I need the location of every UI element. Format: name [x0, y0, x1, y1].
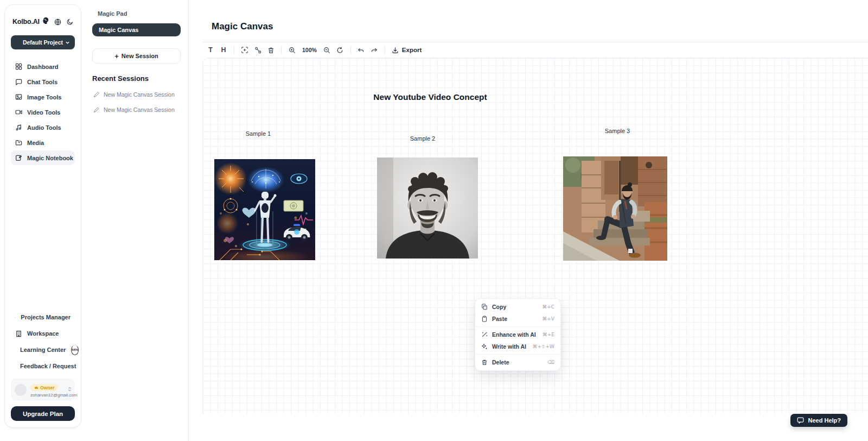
- need-help-button[interactable]: Need Help?: [790, 414, 847, 427]
- context-menu-enhance-with-ai[interactable]: Enhance with AI ⌘+E: [475, 329, 560, 341]
- flow-nodes-icon: [254, 47, 261, 54]
- menu-label: Copy: [492, 304, 506, 310]
- sample-1-label[interactable]: Sample 1: [246, 130, 271, 137]
- copy-icon: [481, 304, 488, 310]
- left-sidebar: Kolbo.AI Default Project Dashboard: [4, 4, 81, 428]
- briefcase-icon: [15, 314, 16, 321]
- logo-text: Kolbo.AI: [12, 18, 40, 26]
- session-list-item[interactable]: New Magic Canvas Session: [92, 102, 181, 117]
- sample-image-man-ruins[interactable]: [563, 156, 667, 261]
- context-menu-paste[interactable]: Paste ⌘+V: [475, 313, 560, 325]
- toolbar-divider: [385, 46, 385, 54]
- sidebar-item-media[interactable]: Media: [11, 135, 75, 150]
- session-list-item[interactable]: New Magic Canvas Session: [92, 87, 181, 102]
- sidebar-item-projects-manager[interactable]: Projects Manager: [11, 309, 75, 325]
- context-menu-write-with-ai[interactable]: Write with AI ⌘+⇧+W: [475, 341, 560, 352]
- toolbar-divider: [234, 46, 234, 54]
- zoom-out-button[interactable]: [321, 44, 334, 56]
- app-root: Kolbo.AI Default Project Dashboard: [0, 0, 868, 441]
- role-label: Owner: [40, 385, 54, 390]
- ai-capture-tool-button[interactable]: [238, 44, 251, 56]
- help-chat-icon: [797, 417, 804, 424]
- sample-image-portrait[interactable]: [377, 158, 478, 259]
- building-icon: [15, 330, 22, 337]
- project-selector[interactable]: Default Project: [11, 35, 75, 49]
- chevron-up-down-icon: [68, 384, 72, 394]
- nav-label: Feedback / Request: [20, 363, 76, 369]
- avatar: [15, 384, 27, 396]
- sidebar-item-learning-center[interactable]: Learning Center 66%: [11, 342, 75, 358]
- logo[interactable]: Kolbo.AI: [12, 17, 49, 27]
- magic-wand-icon: [481, 331, 488, 338]
- project-selector-label: Default Project: [23, 39, 63, 46]
- page-title: Magic Canvas: [212, 21, 273, 32]
- need-help-label: Need Help?: [808, 417, 841, 424]
- undo-icon: [358, 47, 365, 54]
- sidebar-item-magic-notebook[interactable]: Magic Notebook: [11, 150, 75, 165]
- context-menu-copy[interactable]: Copy ⌘+C: [475, 301, 560, 313]
- reset-view-button[interactable]: [334, 44, 347, 56]
- menu-divider: [475, 354, 560, 355]
- sample-image-ai-robot[interactable]: ¥: [214, 159, 315, 260]
- new-session-label: New Session: [122, 53, 158, 59]
- media-folder-icon: [15, 139, 22, 146]
- menu-shortcut: ⌫: [547, 360, 554, 365]
- menu-label: Paste: [492, 316, 507, 322]
- sidebar-item-image-tools[interactable]: Image Tools: [11, 90, 75, 104]
- paste-icon: [481, 316, 488, 322]
- sample-2-label[interactable]: Sample 2: [410, 135, 435, 142]
- context-menu-delete[interactable]: Delete ⌫: [475, 356, 560, 368]
- music-note-icon: [15, 124, 22, 131]
- dark-mode-moon-icon[interactable]: [67, 18, 73, 25]
- nav-label: Chat Tools: [27, 79, 58, 85]
- zoom-level[interactable]: 100%: [302, 47, 317, 53]
- user-account-card[interactable]: Owner zoharvan12@gmail.com: [11, 379, 75, 401]
- text-tool-button[interactable]: T: [204, 44, 217, 56]
- crown-icon: [34, 386, 39, 389]
- connector-tool-button[interactable]: [251, 44, 264, 56]
- video-icon: [15, 109, 22, 116]
- zoom-in-button[interactable]: [285, 44, 298, 56]
- sidebar-item-feedback-request[interactable]: Feedback / Request: [11, 358, 75, 374]
- brain-icon: [42, 17, 49, 27]
- language-globe-icon[interactable]: [54, 18, 61, 26]
- delete-tool-button[interactable]: [264, 44, 277, 56]
- sample-3-label[interactable]: Sample 3: [605, 128, 630, 134]
- role-badge: Owner: [30, 384, 58, 391]
- image-icon: [15, 93, 22, 100]
- rotate-icon: [336, 47, 343, 54]
- canvas-heading-text[interactable]: New Youtube Video Concept: [373, 92, 487, 102]
- export-button[interactable]: Export: [392, 47, 422, 54]
- sidebar-item-audio-tools[interactable]: Audio Tools: [11, 120, 75, 135]
- session-sidebar: Magic Pad Magic Canvas + New Session Rec…: [85, 0, 189, 441]
- progress-badge: 66%: [71, 345, 79, 355]
- heading-tool-button[interactable]: H: [217, 44, 230, 56]
- canvas-toolbar: T H 100%: [202, 42, 868, 58]
- redo-button[interactable]: [368, 44, 381, 56]
- upgrade-plan-button[interactable]: Upgrade Plan: [11, 406, 75, 421]
- menu-label: Write with AI: [492, 343, 526, 350]
- nav-label: Video Tools: [27, 109, 60, 116]
- sidebar-item-dashboard[interactable]: Dashboard: [11, 59, 75, 74]
- primary-nav: Dashboard Chat Tools Image Tools Video T…: [11, 59, 75, 165]
- tab-magic-canvas[interactable]: Magic Canvas: [92, 23, 181, 36]
- canvas-grid[interactable]: New Youtube Video Concept Sample 1 Sampl…: [202, 58, 868, 414]
- sidebar-item-chat-tools[interactable]: Chat Tools: [11, 74, 75, 89]
- export-label: Export: [402, 47, 422, 53]
- menu-label: Enhance with AI: [492, 331, 536, 338]
- sidebar-item-video-tools[interactable]: Video Tools: [11, 105, 75, 119]
- sidebar-item-workspace[interactable]: Workspace: [11, 325, 75, 342]
- pen-icon: [93, 107, 99, 113]
- nav-label: Workspace: [27, 330, 59, 337]
- dashboard-icon: [15, 63, 22, 70]
- sparkles-icon: [481, 343, 488, 350]
- main-area: Magic Canvas T H 100%: [189, 0, 868, 441]
- nav-label: Image Tools: [27, 94, 61, 100]
- nav-label: Learning Center: [20, 346, 66, 353]
- undo-button[interactable]: [355, 44, 368, 56]
- recent-sessions-heading: Recent Sessions: [92, 74, 181, 83]
- plus-icon: +: [114, 52, 119, 60]
- tab-magic-pad[interactable]: Magic Pad: [92, 8, 181, 20]
- new-session-button[interactable]: + New Session: [92, 48, 181, 64]
- chevron-down-icon: [65, 40, 70, 45]
